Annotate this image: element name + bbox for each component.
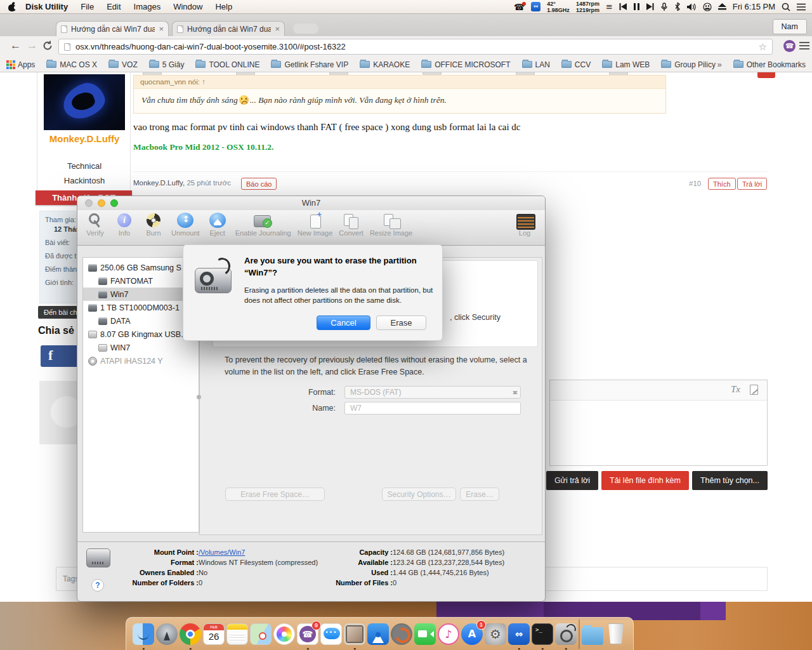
media-next-icon[interactable]: [646, 3, 654, 10]
post-number-link[interactable]: #10: [689, 180, 701, 187]
browser-profile-chip[interactable]: Nam: [773, 19, 807, 34]
bookmark-item[interactable]: LAN: [522, 60, 550, 69]
tab-close-icon[interactable]: ×: [275, 24, 280, 34]
bookmark-item[interactable]: KARAOKE: [360, 60, 410, 69]
help-button[interactable]: ?: [91, 579, 104, 592]
menu-item[interactable]: File: [81, 2, 94, 11]
bookmark-item[interactable]: Apps: [6, 60, 35, 69]
dock-item[interactable]: [273, 623, 295, 645]
dock-item[interactable]: [579, 620, 580, 649]
sidebar-volume-row[interactable]: ATAPI iHAS124 Y: [83, 354, 199, 368]
report-button[interactable]: Báo cáo: [241, 178, 277, 190]
toolbar-button[interactable]: Convert: [339, 212, 363, 237]
toolbar-button[interactable]: Eject: [206, 212, 229, 237]
bookmarks-overflow-chevron[interactable]: »: [717, 60, 721, 69]
toolbar-button[interactable]: Enable Journaling: [235, 212, 291, 237]
browser-menu-icon[interactable]: [799, 42, 809, 50]
like-button[interactable]: Thích: [708, 178, 736, 190]
reload-button[interactable]: [42, 40, 53, 51]
tab-close-icon[interactable]: ×: [159, 24, 164, 34]
menu-item[interactable]: Help: [215, 2, 232, 11]
reply-action-button[interactable]: Tải lên file đính kèm: [601, 471, 689, 490]
dock-item[interactable]: [414, 623, 436, 645]
log-button[interactable]: Log: [513, 212, 536, 237]
cancel-button[interactable]: Cancel: [317, 315, 370, 330]
poster-username[interactable]: Monkey.D.Luffy: [37, 133, 131, 145]
spotlight-search-icon[interactable]: [782, 3, 790, 11]
toolbar-button[interactable]: Resize Image: [370, 212, 412, 237]
dock-item[interactable]: [156, 623, 178, 645]
dock-item[interactable]: ●: [344, 623, 365, 645]
back-button[interactable]: ←: [10, 39, 21, 52]
menu-item[interactable]: Images: [134, 2, 161, 11]
avatar[interactable]: [44, 74, 125, 130]
bookmark-item[interactable]: VOZ: [108, 60, 138, 69]
sidebar-volume-row[interactable]: DATA: [83, 314, 199, 328]
bookmark-item[interactable]: CCV: [561, 60, 591, 69]
volume-icon[interactable]: [687, 3, 697, 11]
erase-confirm-button[interactable]: Erase: [376, 315, 426, 330]
menubar-clock[interactable]: Fri 6:15 PM: [733, 2, 775, 11]
window-zoom-button[interactable]: [110, 199, 118, 207]
dock-item[interactable]: >_ ●: [532, 623, 553, 645]
bookmark-item[interactable]: Lam WEB: [602, 60, 650, 69]
reply-action-button[interactable]: Thêm tùy chọn...: [692, 471, 768, 490]
bookmark-item[interactable]: OFFICE MICROSOFT: [421, 60, 510, 69]
new-tab-button[interactable]: [293, 23, 318, 34]
apple-menu-icon[interactable]: [8, 2, 16, 12]
fan-speed-readout[interactable]: 1487rpm1219rpm: [576, 1, 599, 13]
dock-item[interactable]: ●: [133, 623, 154, 645]
reply-button[interactable]: Trả lời: [737, 178, 767, 190]
dock-item[interactable]: ⚙: [485, 623, 506, 645]
toolbar-button[interactable]: Burn: [142, 212, 165, 237]
bookmark-item[interactable]: 5 Giây: [149, 60, 185, 69]
bookmark-item[interactable]: Group Pilicy: [661, 60, 716, 69]
bookmark-item[interactable]: Getlink Fshare VIP: [271, 60, 348, 69]
dock-item[interactable]: FEB 26: [203, 623, 225, 645]
sidebar-volume-row[interactable]: 1 TB ST1000DM003-1: [83, 301, 199, 314]
other-bookmarks[interactable]: Other Bookmarks: [733, 60, 806, 69]
emoji-menu-icon[interactable]: [703, 3, 712, 11]
sidebar-volume-row[interactable]: 250.06 GB Samsung S: [83, 261, 199, 274]
browser-tab[interactable]: Hướng dẫn cài Win7 dual b ×: [56, 21, 169, 36]
dock-item[interactable]: ⇔ ●: [508, 623, 530, 645]
istat-menu-icon[interactable]: ≡: [606, 2, 613, 11]
cpu-temp-readout[interactable]: 42°1.98GHz: [547, 1, 570, 13]
toolbar-button[interactable]: Unmount: [171, 212, 200, 237]
forward-button[interactable]: →: [27, 39, 37, 52]
notification-center-icon[interactable]: [797, 3, 806, 11]
menu-item[interactable]: Edit: [107, 2, 121, 11]
media-previous-icon[interactable]: [619, 3, 627, 10]
quote-header-link[interactable]: quocnam_vnn nói: ↑: [134, 76, 665, 89]
sidebar-splitter-handle[interactable]: [197, 395, 201, 399]
sidebar-volume-row[interactable]: Win7: [83, 288, 199, 301]
bluetooth-icon[interactable]: [674, 3, 681, 11]
eject-menu-icon[interactable]: [718, 3, 726, 10]
dock-item[interactable]: [582, 623, 603, 645]
bookmark-star-icon[interactable]: ☆: [759, 41, 767, 53]
toolbar-button[interactable]: New Image: [298, 212, 333, 237]
dock-item[interactable]: ♪: [438, 623, 459, 645]
bookmark-item[interactable]: TOOL ONLINE: [195, 60, 259, 69]
toolbar-button[interactable]: Verify: [84, 212, 107, 237]
remove-formatting-icon[interactable]: Tx: [731, 384, 740, 395]
dock-item[interactable]: [250, 623, 272, 645]
sidebar-volume-row[interactable]: FANTOMAT: [83, 274, 199, 288]
viber-extension-icon[interactable]: ☎: [783, 40, 796, 52]
media-pause-icon[interactable]: [634, 3, 639, 10]
author-link[interactable]: Monkey.D.Luffy,: [133, 179, 185, 187]
dock-item[interactable]: [391, 623, 412, 645]
viber-menu-icon[interactable]: ☎: [514, 2, 525, 12]
dock-item[interactable]: [226, 623, 248, 645]
mic-menu-icon[interactable]: [660, 3, 668, 11]
dock-item[interactable]: [605, 623, 627, 644]
reply-action-button[interactable]: Gửi trả lời: [546, 471, 598, 490]
window-titlebar[interactable]: Win7: [77, 196, 545, 210]
reply-editor[interactable]: Tx: [549, 380, 768, 466]
bbcode-toggle-icon[interactable]: [750, 385, 758, 395]
url-bar[interactable]: osx.vn/threads/huong-dan-cai-win7-dual-b…: [58, 39, 773, 55]
dock-item[interactable]: ☎ 9 ●: [297, 623, 318, 645]
dock-item[interactable]: ●: [180, 623, 201, 645]
bookmark-item[interactable]: MAC OS X: [46, 60, 97, 69]
sidebar-volume-row[interactable]: 8.07 GB Kingmax USB...: [83, 328, 199, 341]
